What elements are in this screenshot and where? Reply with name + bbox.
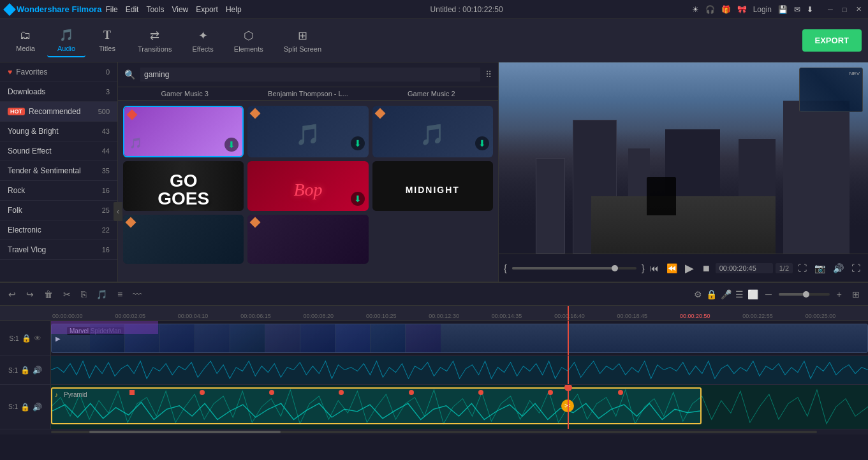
music-card-bats[interactable]: 🎵 ⬇ Bats Fluttering Over Ha...	[247, 106, 368, 157]
music-volume-button[interactable]: 🔊	[33, 403, 42, 412]
transitions-label: Transitions	[138, 45, 172, 53]
music-card-haunting[interactable]: 🎵 ⬇ Haunting Organ 1	[372, 106, 493, 157]
sidebar-item-rock[interactable]: Rock 16	[0, 181, 117, 201]
menu-export[interactable]: Export	[196, 5, 218, 14]
video-clip-spiderman[interactable]: ▶ Marvel SpiderMan	[51, 324, 868, 353]
fullscreen-button[interactable]: ⛶	[795, 261, 809, 276]
toolbar-media[interactable]: 🗂 Media	[6, 25, 45, 56]
music-card-extra1[interactable]: ...	[123, 215, 244, 264]
maximize-btn[interactable]: □	[840, 5, 849, 14]
gift-icon[interactable]: 🎁	[721, 5, 731, 14]
menu-view[interactable]: View	[172, 5, 188, 14]
split-screen-label: Split Screen	[284, 45, 321, 53]
present-icon[interactable]: 🎀	[737, 5, 747, 14]
delete-button[interactable]: 🗑	[41, 287, 56, 301]
sidebar-item-sound-effect[interactable]: Sound Effect 44	[0, 141, 117, 161]
stop-button[interactable]: ⏹	[699, 261, 713, 276]
play-button[interactable]: ▶	[682, 259, 696, 278]
music-card-extra2[interactable]: ...	[247, 215, 368, 264]
toolbar-effects[interactable]: ✦ Effects	[183, 25, 222, 57]
volume-button[interactable]: 🔊	[830, 261, 846, 276]
ruler-time-12: 00:00:25:00	[805, 313, 868, 319]
download-button-bats[interactable]: ⬇	[351, 136, 365, 150]
sidebar-item-electronic[interactable]: Electronic 22	[0, 220, 117, 240]
music-track-content[interactable]: ♪ Pyramid	[51, 385, 868, 429]
sidebar-item-downloads[interactable]: Downloads 3	[0, 82, 117, 102]
music-card-living-goes[interactable]: GOGOES Living Pulse - Go Goes	[123, 161, 244, 210]
playhead-ruler	[568, 306, 569, 320]
bracket-right-icon[interactable]: }	[642, 263, 645, 273]
eye-track-button[interactable]: 👁	[34, 334, 41, 343]
zoom-out-button[interactable]: ─	[762, 287, 775, 301]
mail-icon[interactable]: ✉	[794, 5, 800, 14]
menu-help[interactable]: Help	[226, 5, 242, 14]
login-btn[interactable]: Login	[753, 5, 772, 14]
sidebar-item-favorites[interactable]: ♥ Favorites 0	[0, 62, 117, 82]
bracket-left-icon[interactable]: {	[504, 263, 507, 273]
redo-button[interactable]: ↪	[23, 287, 37, 301]
toolbar-split-screen[interactable]: ⊞ Split Screen	[275, 25, 330, 57]
list-icon[interactable]: ☰	[735, 289, 744, 299]
music-card-dynamite[interactable]: Bop ⬇ Dynamite	[247, 161, 368, 210]
page-indicator: 1/2	[776, 263, 793, 273]
music-clip-pyramid[interactable]: ♪ Pyramid	[51, 387, 702, 424]
zoom-in-button[interactable]: +	[834, 287, 845, 301]
audio-volume-button[interactable]: 🔊	[33, 366, 42, 375]
audio-track-content[interactable]	[51, 356, 868, 384]
result-title-2: Benjamin Thompson - L...	[246, 90, 369, 97]
timeline-tracks: S:1 🔒 👁 ▶ Marvel SpiderMan	[0, 321, 868, 460]
fit-button[interactable]: ⊞	[849, 287, 863, 301]
elements-icon: ⬡	[244, 29, 254, 43]
settings-icon[interactable]: ⚙	[694, 289, 702, 299]
music-card-pyramid[interactable]: 🎵 ⬇ ◉ Pyramid	[123, 106, 244, 157]
snapshot-button[interactable]: 📷	[812, 261, 828, 276]
sidebar-item-tender[interactable]: Tender & Sentimental 35	[0, 161, 117, 181]
cut-button[interactable]: ✂	[60, 287, 74, 301]
music-lock-button[interactable]: 🔒	[20, 403, 30, 412]
sidebar-item-folk[interactable]: Folk 25	[0, 201, 117, 220]
download-icon[interactable]: ⬇	[807, 5, 813, 14]
search-bar: 🔍 ⠿	[118, 62, 498, 87]
search-input[interactable]	[140, 68, 480, 82]
headphone-icon[interactable]: 🎧	[705, 5, 715, 14]
collapse-panel-arrow[interactable]: ‹	[114, 202, 118, 221]
export-button[interactable]: EXPORT	[802, 29, 862, 52]
sidebar-item-young-bright[interactable]: Young & Bright 43	[0, 122, 117, 141]
toolbar-transitions[interactable]: ⇄ Transitions	[129, 25, 180, 57]
timeline-scrollbar[interactable]	[0, 429, 868, 435]
waveform-btn[interactable]: 〰	[129, 287, 145, 301]
close-btn[interactable]: ✕	[854, 5, 863, 14]
undo-button[interactable]: ↩	[5, 287, 19, 301]
notification-icon[interactable]: ☀	[692, 5, 699, 14]
copy-button[interactable]: ⎘	[78, 287, 89, 301]
sidebar-item-recommended[interactable]: HOT Recommended 500	[0, 102, 117, 122]
zoom-slider[interactable]	[779, 293, 830, 296]
menu-file[interactable]: File	[105, 5, 117, 14]
toolbar-audio[interactable]: 🎵 Audio	[47, 24, 85, 57]
audio-btn[interactable]: 🎵	[93, 287, 110, 301]
download-button-haunting[interactable]: ⬇	[475, 136, 489, 150]
mic-icon[interactable]: 🎤	[721, 289, 732, 299]
lock-track-button[interactable]: 🔒	[22, 334, 31, 343]
audio-lock-button[interactable]: 🔒	[20, 366, 30, 375]
caption-icon[interactable]: ⬜	[747, 289, 758, 299]
settings-button[interactable]: ⛶	[849, 261, 863, 276]
toolbar-elements[interactable]: ⬡ Elements	[225, 25, 272, 57]
menu-tools[interactable]: Tools	[146, 5, 164, 14]
step-back-button[interactable]: ⏪	[664, 261, 680, 276]
music-card-midnight[interactable]: MIDNIGHT Living Pulse - Midnight T...	[372, 161, 493, 210]
sidebar-item-travel-vlog[interactable]: Travel Vlog 16	[0, 240, 117, 260]
skip-back-button[interactable]: ⏮	[647, 261, 661, 276]
toolbar-titles[interactable]: T Titles	[88, 25, 126, 56]
grid-view-icon[interactable]: ⠿	[485, 69, 492, 80]
save-icon[interactable]: 💾	[778, 5, 788, 14]
preview-scrubber[interactable]	[512, 267, 636, 270]
ruler-time-2: 00:00:04:10	[178, 313, 240, 319]
minimize-btn[interactable]: ─	[826, 5, 835, 14]
video-track-content[interactable]: ▶ Marvel SpiderMan	[51, 321, 868, 356]
lock-icon[interactable]: 🔒	[706, 289, 717, 299]
menu-edit[interactable]: Edit	[126, 5, 139, 14]
equalizer-btn[interactable]: ≡	[114, 287, 126, 301]
app-name: Wondershare Filmora	[17, 4, 101, 14]
download-button-dynamite[interactable]: ⬇	[351, 192, 365, 206]
